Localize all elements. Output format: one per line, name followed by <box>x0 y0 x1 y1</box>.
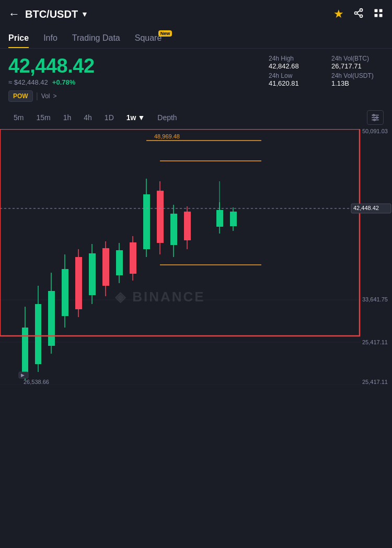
timeframe-1h[interactable]: 1h <box>58 110 77 125</box>
favorite-icon[interactable]: ★ <box>333 7 344 21</box>
header: ← BTC/USDT ▼ ★ <box>0 0 392 28</box>
layout-icon[interactable] <box>373 8 384 21</box>
svg-text:◈ BINANCE: ◈ BINANCE <box>114 289 205 305</box>
svg-text:▶: ▶ <box>21 372 25 378</box>
timeframe-5m[interactable]: 5m <box>8 110 29 125</box>
pow-tag[interactable]: POW <box>8 90 33 102</box>
tab-trading-data[interactable]: Trading Data <box>72 28 120 48</box>
svg-text:25,417.11: 25,417.11 <box>362 339 388 345</box>
pair-title[interactable]: BTC/USDT ▼ <box>25 8 88 20</box>
svg-text:42,448.42: 42,448.42 <box>353 205 379 211</box>
back-button[interactable]: ← <box>8 7 20 21</box>
svg-point-14 <box>374 119 375 121</box>
price-stats: 24h High 42,842.68 24h Vol(BTC) 26,717.7… <box>269 55 384 87</box>
svg-rect-38 <box>130 242 136 274</box>
svg-rect-6 <box>379 9 383 12</box>
usd-approx: ≈ $42,448.42 <box>8 78 48 86</box>
svg-rect-48 <box>216 210 223 227</box>
svg-line-4 <box>357 10 360 12</box>
svg-rect-44 <box>170 214 177 245</box>
vol-tag[interactable]: Vol <box>41 92 50 100</box>
timeframe-1w[interactable]: 1w ▼ <box>121 110 151 125</box>
svg-rect-8 <box>379 14 383 17</box>
chart-settings-button[interactable] <box>367 110 384 125</box>
svg-rect-36 <box>116 250 123 275</box>
low-label: 24h Low 41,620.81 <box>269 72 321 87</box>
svg-rect-32 <box>89 253 96 295</box>
svg-text:50,091.03: 50,091.03 <box>362 129 388 134</box>
main-price: 42,448.42 <box>8 55 260 77</box>
svg-point-0 <box>360 8 363 11</box>
timeframe-4h[interactable]: 4h <box>78 110 97 125</box>
svg-rect-40 <box>143 194 150 249</box>
svg-rect-51 <box>230 212 237 226</box>
timeframe-1d[interactable]: 1D <box>99 110 119 125</box>
svg-text:48,969.48: 48,969.48 <box>154 133 180 139</box>
svg-point-12 <box>373 114 375 116</box>
timeframe-15m[interactable]: 15m <box>31 110 55 125</box>
tab-square[interactable]: Square New <box>135 28 162 48</box>
price-change: +0.78% <box>52 78 75 86</box>
svg-point-13 <box>376 117 378 119</box>
svg-point-2 <box>360 15 363 17</box>
svg-rect-46 <box>184 212 191 240</box>
depth-button[interactable]: Depth <box>152 110 182 125</box>
chart-controls: 5m 15m 1h 4h 1D 1w ▼ Depth <box>0 106 392 129</box>
price-usd: ≈ $42,448.42 +0.78% <box>8 78 260 86</box>
share-icon[interactable] <box>353 8 364 21</box>
svg-rect-24 <box>35 304 41 364</box>
svg-text:26,538.66: 26,538.66 <box>24 379 49 385</box>
svg-rect-34 <box>102 248 109 286</box>
svg-text:25,417.11: 25,417.11 <box>362 379 388 385</box>
tab-info[interactable]: Info <box>43 28 57 48</box>
price-tags: POW | Vol > <box>8 90 260 102</box>
tab-bar: Price Info Trading Data Square New <box>0 28 392 49</box>
svg-rect-26 <box>48 291 55 346</box>
pair-dropdown-icon: ▼ <box>81 10 88 18</box>
chart-canvas: 48,969.48 ◈ BINANCE 42,448.42 50,091.03 … <box>0 129 392 385</box>
svg-line-3 <box>357 14 360 15</box>
vol-arrow: > <box>53 92 57 100</box>
svg-rect-28 <box>62 269 68 316</box>
svg-rect-7 <box>375 14 378 17</box>
candlestick-chart: 48,969.48 ◈ BINANCE 42,448.42 50,091.03 … <box>0 129 392 385</box>
header-icons: ★ <box>333 7 384 21</box>
pair-name: BTC/USDT <box>25 8 78 20</box>
price-left: 42,448.42 ≈ $42,448.42 +0.78% POW | Vol … <box>8 55 260 102</box>
tab-price[interactable]: Price <box>8 28 29 48</box>
svg-rect-42 <box>157 191 164 243</box>
price-section: 42,448.42 ≈ $42,448.42 +0.78% POW | Vol … <box>0 49 392 106</box>
new-badge: New <box>158 30 172 37</box>
svg-rect-30 <box>75 257 82 309</box>
chart-container[interactable]: 48,969.48 ◈ BINANCE 42,448.42 50,091.03 … <box>0 129 392 385</box>
high-label: 24h High 42,842.68 <box>269 55 321 70</box>
vol-usdt: 24h Vol(USDT) 1.13B <box>331 72 384 87</box>
svg-text:33,641.75: 33,641.75 <box>362 296 388 302</box>
svg-rect-22 <box>22 328 28 375</box>
header-left: ← BTC/USDT ▼ <box>8 7 333 21</box>
svg-rect-5 <box>375 9 378 12</box>
svg-rect-15 <box>0 129 392 385</box>
svg-point-1 <box>355 11 358 14</box>
vol-btc: 24h Vol(BTC) 26,717.71 <box>331 55 384 70</box>
